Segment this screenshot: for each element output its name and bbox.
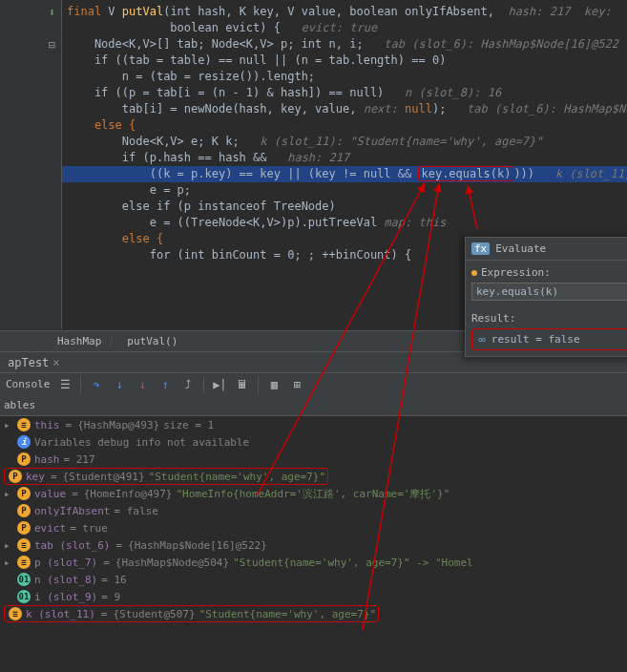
var-n[interactable]: 01n (slot_8) = 16 — [0, 571, 627, 588]
gutter: ⬇ ⊟ — [0, 0, 62, 329]
breadcrumb-method[interactable]: putVal() — [127, 335, 178, 347]
var-k[interactable]: ≡k (slot_11) = {Student@507} "Student{na… — [4, 605, 379, 622]
result-value[interactable]: ∞ result = false — [471, 328, 627, 350]
var-hash[interactable]: Phash = 217 — [0, 451, 627, 468]
code-line: Node<K,V>[] tab; Node<K,V> p; int n, i; … — [67, 36, 618, 52]
var-onlyifabsent[interactable]: PonlyIfAbsent = false — [0, 502, 627, 519]
code-line: e = ((TreeNode<K,V>)p).putTreeVal map: t… — [67, 215, 446, 231]
var-evict[interactable]: Pevict = true — [0, 519, 627, 536]
code-line: e = p; — [67, 182, 191, 199]
close-icon[interactable]: × — [52, 356, 59, 369]
code-line-current: ((k = p.key) == key || (key != null && k… — [62, 166, 627, 182]
step-over-icon[interactable]: ↷ — [89, 377, 104, 392]
drop-frame-icon[interactable]: ⤴ — [180, 377, 196, 392]
variables-header: ables — [0, 395, 627, 416]
code-line: Node<K,V> e; K k; k (slot_11): "Student{… — [67, 134, 543, 150]
step-out-icon[interactable]: ↑ — [157, 377, 173, 392]
infinity-icon: ∞ — [478, 332, 486, 346]
var-p[interactable]: ▸≡p (slot_7) = {HashMap$Node@504} "Stude… — [0, 554, 627, 571]
evaluate-icon[interactable]: 🖩 — [235, 377, 250, 392]
code-line: else { — [67, 231, 163, 247]
code-line: for (int binCount = 0; ; ++binCount) { — [67, 247, 411, 263]
expression-input[interactable] — [471, 283, 627, 301]
result-label: Result: — [471, 312, 627, 325]
code-line: else if (p instanceof TreeNode) — [67, 199, 336, 215]
code-line: final V putVal(int hash, K key, V value,… — [67, 4, 612, 20]
evaluate-icon: fx — [471, 242, 490, 255]
collapse-icon[interactable]: ⊟ — [49, 38, 55, 52]
var-this[interactable]: ▸≡this = {HashMap@493} size = 1 — [0, 416, 627, 433]
code-line: if (p.hash == hash && hash: 217 — [67, 150, 349, 166]
override-icon: ⬇ — [49, 6, 55, 19]
evaluate-popup[interactable]: fx Evaluate Expression: Result: ∞ result… — [465, 237, 627, 357]
var-tab[interactable]: ▸≡tab (slot_6) = {HashMap$Node[16]@522} — [0, 536, 627, 554]
table-icon[interactable]: ▦ — [266, 377, 282, 392]
var-key[interactable]: Pkey = {Student@491} "Student{name='why'… — [4, 468, 328, 485]
var-i[interactable]: 01i (slot_9) = 9 — [0, 588, 627, 605]
tab-maptest[interactable]: apTest × — [0, 354, 68, 371]
code-line: n = (tab = resize()).length; — [67, 69, 315, 85]
step-into-icon[interactable]: ↓ — [112, 377, 127, 392]
var-value[interactable]: ▸Pvalue = {HomeInfo@497} "HomeInfo{homeA… — [0, 485, 627, 502]
run-to-cursor-icon[interactable]: ▶| — [212, 377, 227, 392]
var-info: iVariables debug info not available — [0, 433, 627, 451]
evaluate-header: fx Evaluate — [466, 238, 627, 261]
variables-panel: ables ▸≡this = {HashMap@493} size = 1 iV… — [0, 395, 627, 622]
caret-icon — [471, 270, 477, 276]
console-toolbar: Console ☰ ↷ ↓ ↓ ↑ ⤴ ▶| 🖩 ▦ ⊞ — [0, 372, 627, 395]
filter-icon[interactable]: ☰ — [57, 377, 73, 392]
expression-label: Expression: — [481, 266, 551, 279]
code-line: if ((p = tab[i = (n - 1) & hash]) == nul… — [67, 85, 501, 101]
code-line: boolean evict) { evict: true — [67, 20, 377, 36]
highlighted-expression: key.equals(k) — [418, 166, 513, 181]
code-line: tab[i] = newNode(hash, key, value, next:… — [67, 101, 627, 117]
console-label[interactable]: Console — [6, 378, 50, 390]
breadcrumb-class[interactable]: HashMap — [57, 335, 101, 347]
code-line: if ((tab = table) == null || (n = tab.le… — [67, 52, 446, 69]
layout-icon[interactable]: ⊞ — [289, 377, 304, 392]
force-step-into-icon[interactable]: ↓ — [135, 377, 150, 392]
breadcrumb-separator: 〉 — [109, 334, 119, 348]
code-line: else { — [67, 117, 136, 134]
